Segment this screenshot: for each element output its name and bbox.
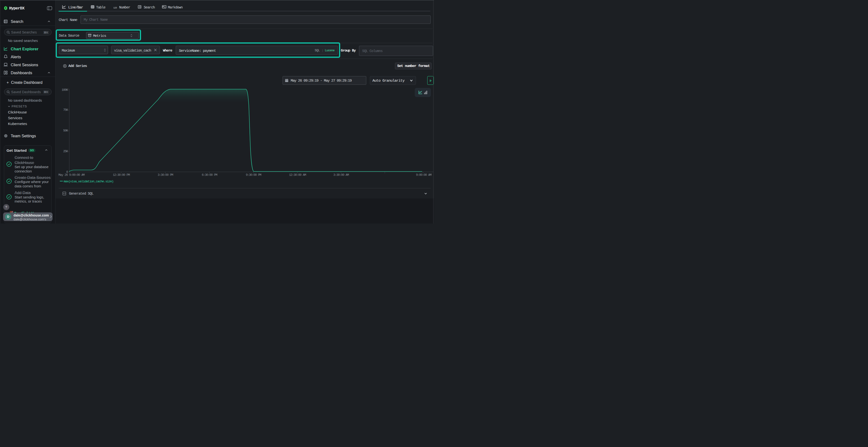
svg-text:May 26 9:00:00 AM: May 26 9:00:00 AM xyxy=(58,173,85,177)
svg-text:3:30:00 AM: 3:30:00 AM xyxy=(334,173,349,177)
svg-text:25K: 25K xyxy=(63,149,68,153)
svg-text:50K: 50K xyxy=(63,129,68,133)
svg-text:9:00:00 AM: 9:00:00 AM xyxy=(416,173,431,177)
svg-text:6:30:00 PM: 6:30:00 PM xyxy=(202,173,217,177)
svg-text:75K: 75K xyxy=(63,108,68,112)
svg-text:9:30:00 PM: 9:30:00 PM xyxy=(246,173,261,177)
svg-text:3:30:00 PM: 3:30:00 PM xyxy=(158,173,173,177)
svg-text:12:30:00 PM: 12:30:00 PM xyxy=(113,173,130,177)
svg-text:100K: 100K xyxy=(62,88,68,92)
svg-text:12:30:00 AM: 12:30:00 AM xyxy=(289,173,306,177)
svg-text:max(visa_validation_cache.size: max(visa_validation_cache.size) xyxy=(64,180,113,183)
